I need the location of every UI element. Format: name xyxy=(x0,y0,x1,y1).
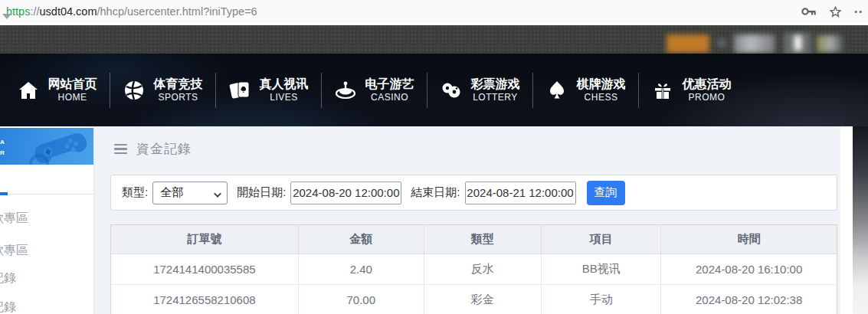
blurred-balance xyxy=(734,34,775,53)
nav-label-en: HOME xyxy=(58,92,87,103)
type-select-value: 全部 xyxy=(160,185,183,200)
cell-type: 彩金 xyxy=(424,284,541,314)
query-button[interactable]: 查詢 xyxy=(587,181,625,205)
filter-bar: 類型: 全部 開始日期: 結束日期: 查詢 xyxy=(110,175,837,211)
cell-type: 反水 xyxy=(424,253,541,284)
nav-label-zh: 电子游艺 xyxy=(365,77,414,92)
cell-time: 2024-08-20 16:10:00 xyxy=(661,253,837,284)
background-gradient-strip xyxy=(853,126,868,314)
dropdown-caret-icon[interactable] xyxy=(2,14,11,19)
header-type: 類型 xyxy=(424,225,541,253)
main-navigation: 网站首页HOME 体育竞技SPORTS 真人视讯LIVES 电子游艺CASINO xyxy=(0,54,868,126)
nav-label-en: CHESS xyxy=(585,92,618,103)
nav-label-en: PROMO xyxy=(689,92,726,103)
funds-record-table: 訂單號 金額 類型 項目 時間 1724141400035585 2.40 反水… xyxy=(110,224,837,314)
sidebar-item-record-1[interactable]: 記錄 xyxy=(0,270,93,286)
screenshot-root: https://usdt04.com/hhcp/usercenter.html?… xyxy=(0,0,868,314)
type-label: 類型: xyxy=(122,185,148,200)
cell-order-no: 1724141400035585 xyxy=(111,253,298,284)
cell-amount: 2.40 xyxy=(298,253,424,284)
bookmark-star-icon[interactable] xyxy=(829,5,842,18)
banner-text-fragment: R xyxy=(0,149,5,156)
sidebar-item-deposit-zone[interactable]: 款專區 xyxy=(0,211,93,227)
sidebar-divider xyxy=(0,194,93,195)
nav-label-zh: 体育竞技 xyxy=(154,77,203,92)
lottery-balls-icon xyxy=(441,80,462,101)
nav-item-lottery[interactable]: 彩票游戏LOTTERY xyxy=(427,67,532,113)
blurred-username xyxy=(667,34,709,53)
menu-toggle-icon[interactable] xyxy=(114,144,127,155)
url-separator: :// xyxy=(30,5,39,18)
cell-time: 2024-08-20 12:02:38 xyxy=(661,284,837,314)
roulette-icon xyxy=(335,80,356,101)
page-header: 資金記錄 xyxy=(94,126,840,158)
url-path: /hhcp/usercenter.html?iniType=6 xyxy=(97,5,257,18)
cell-item: BB视讯 xyxy=(542,253,661,284)
main-content: 資金記錄 類型: 全部 開始日期: 結束日期: 查詢 訂單號 金額 類型 xyxy=(93,126,840,314)
nav-label-en: SPORTS xyxy=(158,92,198,103)
chevron-down-icon xyxy=(214,190,221,198)
sidebar: A R 款專區 款專區 記錄 記錄 xyxy=(0,126,93,314)
nav-label-zh: 棋牌游戏 xyxy=(577,77,626,92)
header-time: 時間 xyxy=(661,225,837,253)
cards-icon xyxy=(229,80,251,101)
header-amount: 金額 xyxy=(298,225,424,253)
nav-item-lives[interactable]: 真人视讯LIVES xyxy=(216,67,321,113)
nav-item-promo[interactable]: 优惠活动PROMO xyxy=(639,67,744,113)
type-select[interactable]: 全部 xyxy=(152,182,228,204)
gift-icon xyxy=(652,80,673,101)
blurred-separator xyxy=(717,38,726,47)
blurred-field xyxy=(784,33,811,54)
more-icon[interactable]: •• xyxy=(854,0,863,23)
cell-amount: 70.00 xyxy=(298,284,424,314)
nav-label-zh: 优惠活动 xyxy=(683,77,732,92)
spade-icon xyxy=(546,80,568,101)
key-icon[interactable] xyxy=(801,7,817,16)
header-order-no: 訂單號 xyxy=(111,225,298,253)
nav-label-zh: 真人视讯 xyxy=(260,77,309,92)
nav-item-casino[interactable]: 电子游艺CASINO xyxy=(322,67,427,113)
cell-item: 手动 xyxy=(542,284,661,314)
nav-label-zh: 网站首页 xyxy=(48,77,97,92)
table-row: 1724141400035585 2.40 反水 BB视讯 2024-08-20… xyxy=(111,253,837,284)
nav-label-en: LIVES xyxy=(270,92,298,103)
start-date-label: 開始日期: xyxy=(237,185,286,200)
nav-label-en: LOTTERY xyxy=(473,92,518,103)
sports-ball-icon xyxy=(123,80,145,101)
browser-address-bar: https://usdt04.com/hhcp/usercenter.html?… xyxy=(0,0,868,23)
end-date-input[interactable] xyxy=(465,182,576,204)
start-date-input[interactable] xyxy=(290,182,401,204)
sidebar-banner: A R xyxy=(0,128,93,165)
blurred-link xyxy=(817,35,843,52)
sidebar-item-record-2[interactable]: 記錄 xyxy=(0,299,93,314)
url-domain: usdt04.com xyxy=(40,5,97,18)
table-row: 1724126558210608 70.00 彩金 手动 2024-08-20 … xyxy=(111,284,837,314)
table-header-row: 訂單號 金額 類型 項目 時間 xyxy=(111,225,837,253)
end-date-label: 結束日期: xyxy=(411,185,460,200)
url-text[interactable]: https://usdt04.com/hhcp/usercenter.html?… xyxy=(6,5,257,18)
header-item: 項目 xyxy=(542,225,661,253)
page-title: 資金記錄 xyxy=(136,140,192,158)
sidebar-item-withdraw-zone[interactable]: 款專區 xyxy=(0,243,93,259)
nav-label-en: CASINO xyxy=(371,92,408,103)
cell-order-no: 1724126558210608 xyxy=(111,284,298,314)
nav-label-zh: 彩票游戏 xyxy=(471,77,520,92)
nav-item-home[interactable]: 网站首页HOME xyxy=(5,67,110,113)
background-gap xyxy=(840,126,853,314)
home-icon xyxy=(18,80,39,101)
nav-item-chess[interactable]: 棋牌游戏CHESS xyxy=(533,67,638,113)
banner-text-fragment: A xyxy=(0,139,5,146)
nav-item-sports[interactable]: 体育竞技SPORTS xyxy=(110,67,215,113)
